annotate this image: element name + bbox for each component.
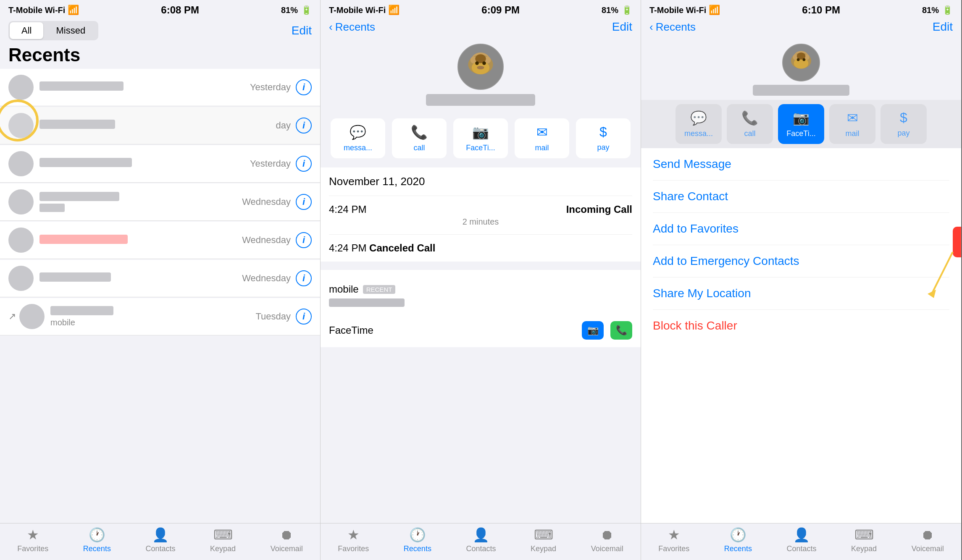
call-row-1: 4:24 PM Incoming Call 2 minutes bbox=[329, 196, 632, 235]
carrier-1: T-Mobile Wi-Fi bbox=[8, 5, 65, 15]
back-button-3[interactable]: ‹ Recents bbox=[649, 21, 696, 34]
facetime-action-3[interactable]: 📷 FaceTi... bbox=[778, 104, 824, 144]
tab-voicemail-3[interactable]: ⏺ Voicemail bbox=[912, 527, 944, 553]
tab-contacts-1[interactable]: 👤 Contacts bbox=[145, 527, 175, 553]
info-button[interactable]: i bbox=[296, 270, 312, 286]
info-button[interactable]: i bbox=[296, 309, 312, 324]
date-label: November 11, 2020 bbox=[329, 175, 425, 188]
tab-voicemail-1[interactable]: ⏺ Voicemail bbox=[271, 527, 303, 553]
tab-recents-1[interactable]: 🕐 Recents bbox=[83, 527, 111, 553]
contact-name-blur-2 bbox=[426, 94, 535, 106]
tab-favorites-2[interactable]: ★ Favorites bbox=[338, 527, 369, 553]
message-action-3[interactable]: 💬 messa... bbox=[676, 104, 722, 144]
mobile-row: mobile RECENT bbox=[329, 270, 632, 314]
call-type-1: Incoming Call bbox=[566, 204, 632, 215]
edit-button-3[interactable]: Edit bbox=[933, 20, 953, 34]
panel-1: T-Mobile Wi-Fi 📶 6:08 PM 81% 🔋 All Misse… bbox=[0, 0, 321, 560]
menu-add-emergency[interactable]: Add to Emergency Contacts bbox=[653, 245, 949, 277]
list-item[interactable]: day i bbox=[0, 107, 320, 144]
menu-block-caller[interactable]: Block this Caller bbox=[653, 310, 949, 342]
status-bar-1: T-Mobile Wi-Fi 📶 6:08 PM 81% 🔋 bbox=[0, 0, 320, 18]
back-button-2[interactable]: ‹ Recents bbox=[329, 21, 375, 34]
list-item[interactable]: Yesterday i bbox=[0, 145, 320, 183]
list-item[interactable]: ↗ mobile Tuesday i bbox=[0, 298, 320, 335]
menu-add-favorites[interactable]: Add to Favorites bbox=[653, 213, 949, 245]
panel-3: T-Mobile Wi-Fi 📶 6:10 PM 81% 🔋 ‹ Recents… bbox=[641, 0, 962, 560]
status-right-2: 81% 🔋 bbox=[602, 5, 632, 15]
voicemail-icon-2: ⏺ bbox=[600, 527, 614, 543]
facetime-action[interactable]: 📷 FaceTi... bbox=[453, 118, 508, 158]
tab-favorites-1[interactable]: ★ Favorites bbox=[17, 527, 48, 553]
mail-label-3: mail bbox=[845, 129, 859, 138]
message-action[interactable]: 💬 messa... bbox=[331, 118, 385, 158]
svg-point-17 bbox=[797, 58, 800, 61]
mail-action[interactable]: ✉ mail bbox=[515, 118, 569, 158]
status-bar-2: T-Mobile Wi-Fi 📶 6:09 PM 81% 🔋 bbox=[321, 0, 641, 18]
facetime-label-3: FaceTi... bbox=[786, 129, 815, 138]
facetime-video-button[interactable]: 📷 bbox=[582, 321, 604, 340]
edit-button-2[interactable]: Edit bbox=[612, 20, 632, 34]
date-row: November 11, 2020 bbox=[329, 167, 632, 196]
tab-recents-3[interactable]: 🕐 Recents bbox=[724, 527, 752, 553]
voicemail-icon-3: ⏺ bbox=[921, 527, 934, 543]
all-tab[interactable]: All bbox=[10, 22, 43, 39]
list-date: day bbox=[276, 120, 291, 131]
facetime-buttons: 📷 📞 bbox=[582, 321, 632, 340]
menu-share-location[interactable]: Share My Location bbox=[653, 277, 949, 310]
recents-label-1: Recents bbox=[83, 544, 111, 553]
tab-recents-2[interactable]: 🕐 Recents bbox=[404, 527, 431, 553]
tab-contacts-2[interactable]: 👤 Contacts bbox=[466, 527, 496, 553]
pay-action[interactable]: $ pay bbox=[576, 118, 631, 158]
keypad-label-3: Keypad bbox=[851, 544, 877, 553]
tab-voicemail-2[interactable]: ⏺ Voicemail bbox=[591, 527, 623, 553]
pay-action-3[interactable]: $ pay bbox=[881, 104, 927, 144]
favorites-icon-1: ★ bbox=[27, 527, 39, 543]
voicemail-label-1: Voicemail bbox=[271, 544, 303, 553]
missed-tab[interactable]: Missed bbox=[44, 22, 97, 39]
status-right-1: 81% 🔋 bbox=[281, 5, 312, 15]
info-button[interactable]: i bbox=[296, 79, 312, 95]
facetime-row: FaceTime 📷 📞 bbox=[329, 314, 632, 347]
call-action-3[interactable]: 📞 call bbox=[727, 104, 773, 144]
call-action[interactable]: 📞 call bbox=[392, 118, 447, 158]
call-label: call bbox=[413, 144, 425, 152]
mail-icon-3: ✉ bbox=[847, 110, 858, 126]
list-item[interactable]: Wednesday i bbox=[0, 260, 320, 297]
tab-keypad-3[interactable]: ⌨ Keypad bbox=[851, 527, 877, 553]
keypad-icon-2: ⌨ bbox=[534, 527, 553, 543]
battery-1: 81% bbox=[281, 5, 298, 15]
tab-favorites-3[interactable]: ★ Favorites bbox=[658, 527, 689, 553]
info-button[interactable]: i bbox=[296, 232, 312, 248]
list-item[interactable]: Wednesday i bbox=[0, 183, 320, 221]
tab-keypad-1[interactable]: ⌨ Keypad bbox=[210, 527, 236, 553]
chevron-left-icon-3: ‹ bbox=[649, 21, 653, 34]
mail-action-3[interactable]: ✉ mail bbox=[829, 104, 875, 144]
info-button[interactable]: i bbox=[296, 118, 312, 133]
facetime-audio-button[interactable]: 📞 bbox=[610, 321, 632, 340]
list-item[interactable]: Wednesday i bbox=[0, 222, 320, 259]
call-history-section: November 11, 2020 4:24 PM Incoming Call … bbox=[321, 167, 641, 262]
time-2: 6:09 PM bbox=[481, 4, 520, 16]
recent-badge: RECENT bbox=[363, 285, 396, 294]
contacts-icon-2: 👤 bbox=[473, 527, 489, 543]
list-date: Tuesday bbox=[255, 311, 291, 322]
contacts-label-2: Contacts bbox=[466, 544, 496, 553]
menu-send-message[interactable]: Send Message bbox=[653, 148, 949, 181]
menu-share-contact[interactable]: Share Contact bbox=[653, 181, 949, 213]
annotation-arrow bbox=[928, 252, 961, 302]
mail-icon: ✉ bbox=[536, 124, 548, 140]
svg-point-7 bbox=[475, 61, 478, 65]
wifi-icon-1: 📶 bbox=[68, 5, 79, 16]
action-buttons-3: 💬 messa... 📞 call 📷 FaceTi... ✉ mail $ p… bbox=[641, 100, 961, 148]
facetime-row-label: FaceTime bbox=[329, 324, 373, 336]
tab-keypad-2[interactable]: ⌨ Keypad bbox=[531, 527, 556, 553]
battery-3: 81% bbox=[922, 5, 939, 15]
info-button[interactable]: i bbox=[296, 194, 312, 210]
favorites-label-2: Favorites bbox=[338, 544, 369, 553]
edit-button-1[interactable]: Edit bbox=[292, 24, 312, 37]
svg-point-8 bbox=[482, 61, 486, 65]
tab-contacts-3[interactable]: 👤 Contacts bbox=[786, 527, 816, 553]
info-button[interactable]: i bbox=[296, 156, 312, 172]
list-date: Yesterday bbox=[250, 82, 291, 93]
list-item[interactable]: Yesterday i bbox=[0, 69, 320, 106]
